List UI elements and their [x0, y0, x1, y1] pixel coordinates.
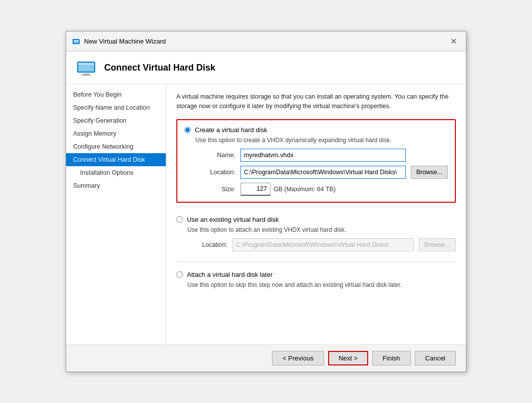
sidebar-item-assign-memory[interactable]: Assign Memory: [66, 127, 166, 140]
sidebar-item-configure-networking[interactable]: Configure Networking: [66, 140, 166, 153]
sidebar-item-specify-generation[interactable]: Specify Generation: [66, 114, 166, 127]
sidebar-item-connect-vhd[interactable]: Connect Virtual Hard Disk: [66, 153, 166, 166]
page-description: A virtual machine requires storage so th…: [176, 92, 456, 111]
browse-button[interactable]: Browse...: [411, 166, 448, 179]
header-icon: [76, 60, 96, 76]
divider: [176, 261, 456, 262]
size-row: GB (Maximum: 64 TB): [240, 183, 406, 196]
option1-form: Name: Location: Browse... Size: GB (Maxi…: [195, 149, 448, 196]
title-bar-left: New Virtual Machine Wizard: [72, 38, 166, 46]
option2-form: Location: Browse...: [187, 238, 456, 251]
sidebar-item-specify-name-location[interactable]: Specify Name and Location: [66, 101, 166, 114]
option3-radio[interactable]: [176, 271, 183, 278]
window-title: New Virtual Machine Wizard: [84, 38, 166, 45]
close-button[interactable]: ✕: [447, 36, 460, 47]
sidebar-item-before-you-begin[interactable]: Before You Begin: [66, 88, 166, 101]
title-bar: New Virtual Machine Wizard ✕: [66, 32, 466, 52]
next-button[interactable]: Next >: [328, 351, 368, 365]
svg-rect-2: [74, 40, 79, 41]
previous-button[interactable]: < Previous: [272, 351, 324, 365]
finish-button[interactable]: Finish: [372, 351, 411, 365]
option2-label[interactable]: Use an existing virtual hard disk: [187, 216, 279, 223]
location-input[interactable]: [240, 166, 406, 179]
option1-label[interactable]: Create a virtual hard disk: [195, 126, 268, 134]
name-label: Name:: [195, 152, 235, 159]
size-input[interactable]: [240, 183, 271, 196]
svg-rect-5: [78, 63, 94, 65]
option2-radio[interactable]: [176, 216, 183, 223]
option3-radio-row: Attach a virtual hard disk later: [176, 271, 456, 278]
option3-label[interactable]: Attach a virtual hard disk later: [187, 271, 273, 278]
page-title: Connect Virtual Hard Disk: [104, 63, 215, 73]
option1-desc: Use this option to create a VHDX dynamic…: [195, 137, 448, 144]
svg-rect-7: [81, 75, 91, 76]
option2-browse-button: Browse...: [419, 238, 456, 251]
option3-desc: Use this option to skip this step now an…: [187, 281, 456, 288]
option1-group: Create a virtual hard disk Use this opti…: [176, 119, 456, 203]
name-input[interactable]: [240, 149, 406, 162]
wizard-window: New Virtual Machine Wizard ✕ Connect Vir…: [66, 31, 466, 372]
size-unit: GB (Maximum: 64 TB): [274, 186, 336, 193]
option2-desc: Use this option to attach an existing VH…: [187, 226, 456, 233]
option3-group: Attach a virtual hard disk later Use thi…: [176, 265, 456, 299]
sidebar-item-installation-options[interactable]: Installation Options: [66, 166, 166, 179]
option2-location-label: Location:: [187, 241, 227, 248]
option1-radio-row: Create a virtual hard disk: [184, 126, 448, 134]
size-label: Size:: [195, 186, 235, 193]
option2-location-input: [232, 238, 414, 251]
footer-bar: < Previous Next > Finish Cancel: [66, 344, 466, 371]
cancel-button[interactable]: Cancel: [415, 351, 456, 365]
window-icon: [72, 38, 80, 46]
content-area: Before You Begin Specify Name and Locati…: [66, 84, 466, 344]
svg-rect-6: [83, 74, 89, 75]
sidebar-item-summary[interactable]: Summary: [66, 179, 166, 192]
option2-group: Use an existing virtual hard disk Use th…: [176, 210, 456, 257]
main-panel: A virtual machine requires storage so th…: [166, 84, 466, 344]
option2-radio-row: Use an existing virtual hard disk: [176, 216, 456, 223]
sidebar: Before You Begin Specify Name and Locati…: [66, 84, 166, 344]
location-label: Location:: [195, 169, 235, 176]
page-header: Connect Virtual Hard Disk: [66, 52, 466, 84]
option1-radio[interactable]: [184, 127, 191, 133]
